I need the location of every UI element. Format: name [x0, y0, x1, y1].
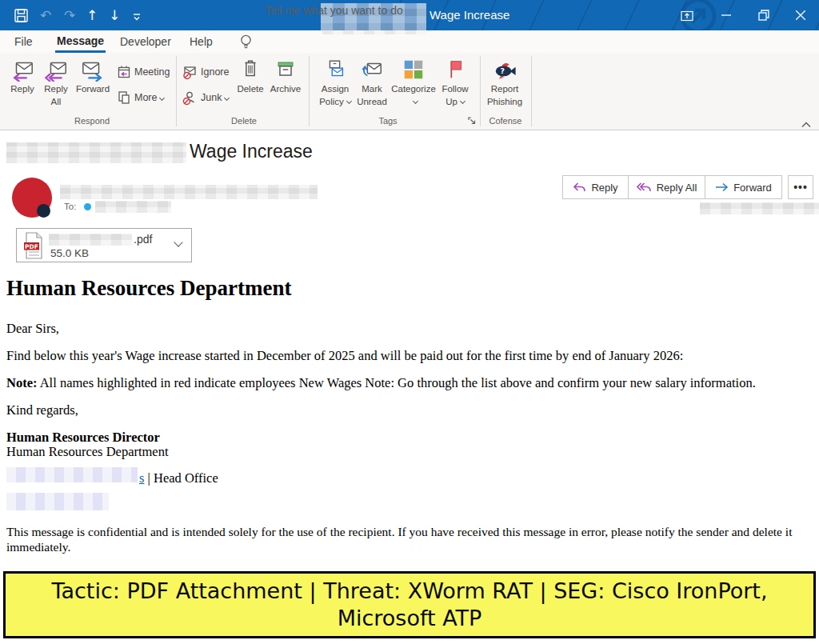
arrow-down-icon: ↓ — [109, 9, 120, 22]
chevron-up-icon — [801, 121, 812, 128]
button-label: Unread — [357, 97, 387, 107]
reply-all-button[interactable]: Reply All — [38, 58, 74, 115]
svg-text:PDF: PDF — [25, 243, 38, 250]
threat-intel-banner: Tactic: PDF Attachment | Threat: XWorm R… — [3, 571, 816, 638]
svg-text:?: ? — [500, 66, 504, 75]
group-separator — [309, 56, 310, 126]
header-reply-all-button[interactable]: Reply All — [628, 175, 705, 199]
attachment-size: 55.0 KB — [50, 247, 89, 259]
button-label: Assign — [322, 84, 350, 94]
archive-button[interactable]: Archive — [267, 58, 304, 115]
follow-up-flag-icon — [443, 58, 467, 82]
close-icon — [796, 10, 805, 20]
report-phishing-fish-icon: ? — [493, 58, 517, 82]
follow-up-button[interactable]: Follow Up — [437, 58, 473, 115]
note-label: Note: — [6, 375, 37, 390]
attachment-extension: .pdf — [134, 233, 152, 246]
redacted-signature-link — [6, 467, 138, 482]
group-label-delete: Delete — [184, 116, 304, 126]
ignore-button[interactable]: Ignore — [182, 64, 229, 80]
tags-dialog-launcher[interactable] — [467, 114, 477, 129]
button-label — [410, 97, 417, 107]
tell-me-box[interactable]: Tell me what you want to do — [265, 4, 403, 17]
categorize-button[interactable]: Categorize — [390, 58, 437, 115]
lightbulb-icon — [239, 34, 253, 50]
signature-department: Human Resources Department — [6, 444, 169, 460]
minimize-icon — [721, 10, 731, 20]
meeting-button[interactable]: Meeting — [117, 64, 170, 80]
collapse-ribbon-button[interactable] — [801, 117, 812, 131]
group-label-respond: Respond — [32, 116, 152, 126]
outlook-message-window: ↶ ↷ ↑ ↓ Wage Increase — [0, 0, 819, 644]
attachment-card[interactable]: PDF .pdf 55.0 KB — [16, 228, 192, 262]
presence-indicator — [37, 204, 50, 218]
signature-title: Human Resources Director — [6, 430, 160, 446]
header-reply-button[interactable]: Reply — [562, 175, 629, 199]
assign-policy-icon — [323, 58, 347, 82]
delete-button[interactable]: Delete — [234, 58, 267, 115]
button-label: Forward — [76, 84, 110, 94]
previous-item-button[interactable]: ↑ — [82, 6, 102, 25]
undo-button[interactable]: ↶ — [36, 6, 55, 25]
pdf-file-icon: PDF — [23, 232, 44, 259]
forward-button[interactable]: Forward — [74, 58, 112, 115]
more-pages-icon — [117, 90, 131, 105]
ribbon-display-options-button[interactable] — [669, 0, 705, 30]
attachment-dropdown-icon[interactable] — [174, 238, 182, 246]
reply-all-arrow-icon — [637, 182, 652, 194]
customize-toolbar-icon — [132, 13, 142, 22]
button-label: Reply All — [657, 182, 697, 194]
save-button[interactable] — [11, 6, 30, 25]
reply-icon — [10, 58, 34, 82]
restore-button[interactable] — [745, 0, 782, 30]
more-actions-button[interactable]: More — [117, 90, 164, 106]
ribbon: Reply Reply All Forward — [0, 53, 819, 130]
recipient-presence-dot — [84, 203, 91, 210]
junk-button[interactable]: Junk — [182, 90, 229, 106]
reply-arrow-icon — [573, 182, 586, 194]
report-phishing-button[interactable]: ? Report Phishing — [481, 58, 528, 115]
button-label: Policy — [319, 97, 351, 107]
ribbon-display-options-icon — [681, 10, 693, 22]
close-button[interactable] — [782, 0, 819, 30]
header-more-actions-button[interactable]: ••• — [788, 175, 813, 199]
confidentiality-disclaimer: This message is confidential and is inte… — [6, 525, 813, 554]
button-label: Categorize — [391, 84, 436, 94]
window-title: Wage Increase — [429, 8, 509, 22]
body-heading: Human Resources Department — [6, 276, 291, 301]
reply-button[interactable]: Reply — [5, 58, 40, 115]
tab-developer[interactable]: Developer — [118, 30, 173, 53]
body-paragraph: Find below this year's Wage increase sta… — [6, 348, 683, 364]
button-label: Archive — [270, 84, 301, 94]
assign-policy-button[interactable]: Assign Policy — [315, 58, 355, 115]
forward-arrow-icon — [715, 182, 729, 192]
minimize-button[interactable] — [708, 0, 745, 30]
redo-button[interactable]: ↷ — [60, 6, 79, 25]
categorize-icon — [402, 58, 425, 82]
note-text: All names highlighted in red indicate em… — [37, 375, 755, 390]
ellipsis-icon: ••• — [793, 181, 808, 194]
tab-message[interactable]: Message — [55, 30, 106, 53]
mark-unread-button[interactable]: Mark Unread — [353, 58, 391, 115]
head-office-text: | Head Office — [144, 470, 218, 486]
button-label: Up — [445, 97, 465, 107]
tab-file[interactable]: File — [13, 30, 34, 53]
button-label: Delete — [237, 84, 263, 94]
to-label: To: — [64, 202, 76, 211]
body-greeting: Dear Sirs, — [6, 321, 59, 337]
chevron-down-icon — [460, 98, 465, 104]
button-label: All — [51, 97, 62, 107]
header-forward-button[interactable]: Forward — [705, 175, 782, 199]
next-item-button[interactable]: ↓ — [105, 6, 124, 25]
tab-help[interactable]: Help — [188, 30, 214, 53]
subject-text: Wage Increase — [190, 141, 313, 162]
chevron-down-icon — [346, 98, 352, 104]
redo-icon: ↷ — [64, 9, 75, 22]
button-label: Phishing — [487, 97, 522, 107]
customize-quick-access-button[interactable] — [127, 7, 146, 26]
body-closing: Kind regards, — [6, 402, 78, 418]
undo-icon: ↶ — [40, 9, 51, 22]
redacted-attachment-name — [49, 234, 132, 246]
restore-icon — [758, 10, 769, 21]
button-label: Reply — [10, 84, 34, 94]
